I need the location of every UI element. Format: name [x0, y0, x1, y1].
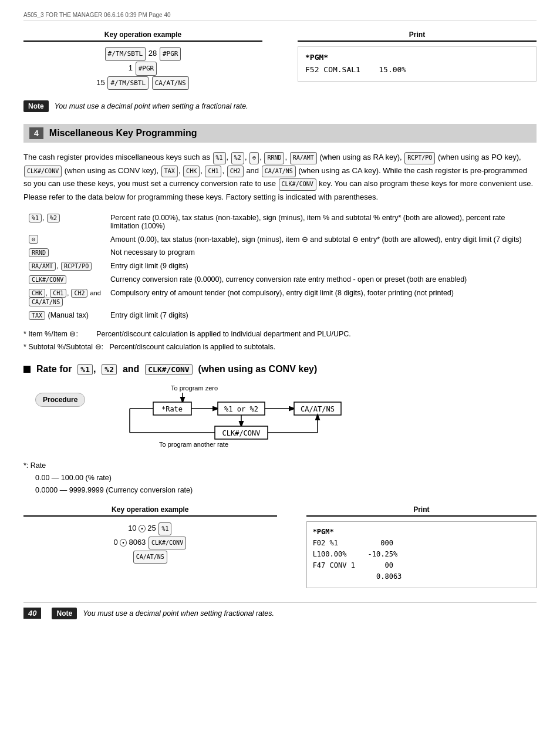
bkl-3: CA/AT/NS	[23, 549, 277, 564]
page-number: 40	[23, 608, 41, 619]
feature-table: %1, %2 Percent rate (0.00%), tax status …	[23, 211, 537, 322]
note-label-2: Note	[52, 608, 77, 619]
svg-text:To program zero: To program zero	[171, 385, 218, 392]
rate-footnote-lines: 0.00 — 100.00 (% rate) 0.0000 — 9999.999…	[35, 472, 537, 497]
kbd-ch2: CH2	[227, 166, 244, 178]
bkl-2: 0 • 8063 CLK#/CONV	[23, 535, 277, 549]
section4-num: 4	[29, 127, 43, 139]
print-line-pgm: *PGM*	[305, 52, 529, 64]
feature-key-tax: TAX (Manual tax)	[23, 309, 106, 322]
svg-text:CLK#/CONV: CLK#/CONV	[222, 429, 261, 437]
rate-heading-text: Rate for %1, %2 and CLK#/CONV (when usin…	[36, 364, 317, 375]
kbd-chk: CHK	[183, 166, 200, 178]
kbd-clk-btm: CLK#/CONV	[149, 537, 186, 549]
key-op-line1: #/TM/SBTL 28 #PGR	[23, 46, 262, 61]
feature-desc-raamt: Entry digit limit (9 digits)	[106, 259, 537, 273]
rate-footnote-title: *: Rate	[23, 460, 537, 472]
rate-footnote: *: Rate 0.00 — 100.00 (% rate) 0.0000 — …	[23, 460, 537, 497]
bottom-print-content: *PGM* F02 %1 000 L100.00% -10.25% F47 CO…	[306, 521, 537, 588]
bp-rate: 0.8063	[313, 571, 530, 582]
kbd-rcptpo: RCPT/PO	[404, 152, 435, 164]
feature-row-chk: CHK, CH1, CH2 and CA/AT/NS Compulsory en…	[23, 286, 537, 309]
bottom-key-op-title: Key operation example	[23, 505, 277, 517]
note-box-1: Note You must use a decimal point when s…	[23, 100, 537, 112]
feature-row-minus: ⊖ Amount (0.00), tax status (non-taxable…	[23, 232, 537, 246]
kbd-caans: CA/AT/NS	[152, 76, 189, 90]
key-op-content-top: #/TM/SBTL 28 #PGR 1 #PGR 15 #/TM/SBTL CA…	[23, 46, 262, 90]
procedure-diagram-svg: To program zero *Rate %1 or %2 CA/AT/NS …	[95, 382, 365, 453]
kbd-clkconv: CLK#/CONV	[24, 166, 62, 178]
kbd-ch1: CH1	[205, 166, 221, 178]
svg-text:CA/AT/NS: CA/AT/NS	[301, 405, 335, 413]
kbd-pct2-rate: %2	[102, 364, 117, 375]
feature-row-clk: CLK#/CONV Currency conversion rate (0.00…	[23, 273, 537, 286]
bp-l100: L100.00% -10.25%	[313, 549, 530, 560]
feature-desc-tax: Entry digit limit (7 digits)	[106, 309, 537, 322]
bottom-print-wrapper: *PGM* F02 %1 000 L100.00% -10.25% F47 CO…	[306, 521, 537, 588]
bottom-print: Print *PGM* F02 %1 000 L100.00% -10.25% …	[306, 505, 537, 588]
rate-line2: 0.0000 — 9999.9999 (Currency conversion …	[35, 484, 537, 497]
feature-desc-minus: Amount (0.00), tax status (non-taxable),…	[106, 232, 537, 246]
kbd-tax: TAX	[161, 166, 178, 178]
kbd-pct1-rate: %1	[77, 364, 93, 375]
svg-text:To program another rate: To program another rate	[159, 441, 228, 448]
feature-row-raamt: RA/AMT, RCPT/PO Entry digit limit (9 dig…	[23, 259, 537, 273]
bp-f02: F02 %1 000	[313, 538, 530, 549]
footnotes-top: * Item %/Item ⊖: Percent/discount calcul…	[23, 328, 537, 353]
section4-header: 4 Miscellaneous Key Programming	[23, 124, 537, 143]
rate-heading: Rate for %1, %2 and CLK#/CONV (when usin…	[23, 364, 537, 375]
note-text-1: You must use a decimal point when settin…	[55, 102, 248, 110]
key-op-box-top: Key operation example #/TM/SBTL 28 #PGR …	[23, 31, 262, 90]
kbd-clk-rate: CLK#/CONV	[145, 364, 192, 375]
svg-text:*Rate: *Rate	[161, 405, 183, 413]
note-box-2: 40 Note You must use a decimal point whe…	[23, 602, 537, 619]
procedure-area: Procedure To program zero *Rate %1 or %2…	[35, 382, 537, 453]
rate-line1: 0.00 — 100.00 (% rate)	[35, 472, 537, 484]
bp-pgm: *PGM*	[313, 527, 530, 538]
bp-f47: F47 CONV 1 00	[313, 560, 530, 571]
square-icon	[23, 366, 31, 373]
feature-desc-chk: Compulsory entry of amount tender (not c…	[106, 286, 537, 309]
key-op-line2: 1 #PGR	[23, 61, 262, 76]
bkl-1: 10 • 25 %1	[23, 521, 277, 535]
feature-row-rrnd: RRND Not necessary to program	[23, 246, 537, 259]
bottom-key-op-content: 10 • 25 %1 0 • 8063 CLK#/CONV CA/AT/NS	[23, 521, 277, 564]
print-box-top: Print *PGM* F52 COM.SAL1 15.00%	[298, 31, 537, 90]
footnote-item: * Item %/Item ⊖: Percent/discount calcul…	[23, 328, 537, 340]
feature-row-pct: %1, %2 Percent rate (0.00%), tax status …	[23, 211, 537, 232]
kbd-tmstbl2: #/TM/SBTL	[107, 76, 149, 90]
kbd-pgr2: #PGR	[136, 62, 157, 76]
header-left: A505_3 FOR THE MANAGER 06.6.16 0:39 PM P…	[23, 12, 171, 18]
feature-key-clk: CLK#/CONV	[23, 273, 106, 286]
kbd-tmstbl: #/TM/SBTL	[105, 47, 146, 61]
feature-key-raamt: RA/AMT, RCPT/PO	[23, 259, 106, 273]
top-section: Key operation example #/TM/SBTL 28 #PGR …	[23, 31, 537, 90]
section4-title: Miscellaneous Key Programming	[49, 128, 197, 139]
kbd-rrnd: RRND	[264, 152, 284, 164]
feature-desc-clk: Currency conversion rate (0.0000), curre…	[106, 273, 537, 286]
kbd-pct1: %1	[213, 152, 226, 164]
kbd-pct2: %2	[231, 152, 244, 164]
print-line-f52: F52 COM.SAL1 15.00%	[305, 64, 529, 76]
svg-text:%1 or %2: %1 or %2	[224, 405, 258, 413]
feature-desc-pct: Percent rate (0.00%), tax status (non-ta…	[106, 211, 537, 232]
key-op-line3: 15 #/TM/SBTL CA/AT/NS	[23, 76, 262, 90]
footnote-subtotal: * Subtotal %/Subtotal ⊖: Percent/discoun…	[23, 341, 537, 353]
page-header: A505_3 FOR THE MANAGER 06.6.16 0:39 PM P…	[23, 12, 537, 21]
print-title-top: Print	[298, 31, 537, 42]
feature-key-minus: ⊖	[23, 232, 106, 246]
kbd-raamt: RA/AMT	[290, 152, 317, 164]
kbd-caatns: CA/AT/NS	[262, 166, 296, 178]
feature-key-pct: %1, %2	[23, 211, 106, 232]
kbd-minus: ⊖	[249, 152, 259, 164]
kbd-clkconv2: CLK#/CONV	[279, 178, 316, 191]
bottom-section: Key operation example 10 • 25 %1 0 • 806…	[23, 505, 537, 588]
procedure-label: Procedure	[35, 393, 85, 407]
feature-key-rrnd: RRND	[23, 246, 106, 259]
key-op-title-top: Key operation example	[23, 31, 262, 42]
kbd-pgr1: #PGR	[160, 47, 181, 61]
feature-key-chk: CHK, CH1, CH2 and CA/AT/NS	[23, 286, 106, 309]
print-content-top: *PGM* F52 COM.SAL1 15.00%	[298, 46, 537, 82]
bottom-key-op: Key operation example 10 • 25 %1 0 • 806…	[23, 505, 277, 588]
feature-desc-rrnd: Not necessary to program	[106, 246, 537, 259]
